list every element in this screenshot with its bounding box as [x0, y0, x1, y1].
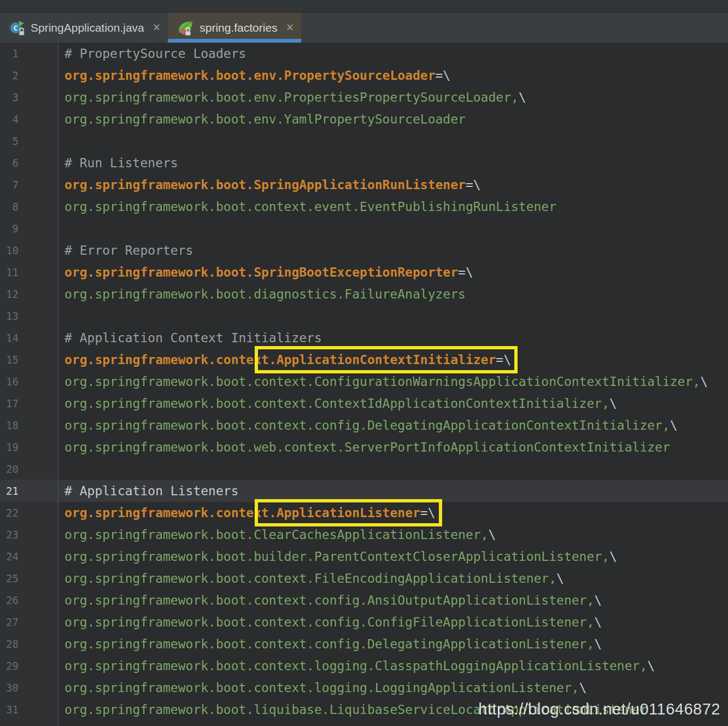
close-icon[interactable]: × [285, 21, 295, 34]
line-number: 21 [0, 480, 58, 502]
code-text: # Error Reporters [58, 239, 728, 261]
code-segment: =\ [458, 265, 473, 279]
code-text: org.springframework.boot.env.YamlPropert… [58, 108, 728, 130]
code-line-12[interactable]: 12org.springframework.boot.diagnostics.F… [0, 283, 728, 305]
code-segment: \ [647, 659, 655, 673]
tab-label: SpringApplication.java [31, 21, 144, 34]
code-line-23[interactable]: 23org.springframework.boot.ClearCachesAp… [0, 524, 728, 546]
code-segment: # Error Reporters [64, 243, 193, 257]
code-text: org.springframework.boot.SpringBootExcep… [58, 261, 728, 283]
line-number: 22 [0, 502, 58, 524]
editor-tab-bar: C SpringApplication.java × spring.f [0, 13, 728, 43]
code-line-5[interactable]: 5 [0, 130, 728, 152]
code-text: # Run Listeners [58, 152, 728, 174]
code-segment: org.springframework.boot.SpringBootExcep… [64, 265, 458, 279]
code-text [58, 458, 728, 480]
code-line-6[interactable]: 6# Run Listeners [0, 152, 728, 174]
code-line-13[interactable]: 13 [0, 305, 728, 327]
tab-label: spring.factories [199, 21, 277, 34]
code-line-11[interactable]: 11org.springframework.boot.SpringBootExc… [0, 261, 728, 283]
code-segment: t.ApplicationListener [261, 506, 420, 520]
tab-springapplication-java[interactable]: C SpringApplication.java × [0, 13, 168, 43]
code-segment: # Application Context Initializers [64, 331, 322, 345]
active-tab-indicator [168, 39, 301, 43]
code-line-7[interactable]: 7org.springframework.boot.SpringApplicat… [0, 174, 728, 196]
code-segment: org.springframework.contex [64, 506, 261, 520]
code-line-9[interactable]: 9 [0, 218, 728, 239]
code-line-25[interactable]: 25org.springframework.boot.context.FileE… [0, 567, 728, 589]
code-line-2[interactable]: 2org.springframework.boot.env.PropertySo… [0, 65, 728, 86]
code-line-24[interactable]: 24org.springframework.boot.builder.Paren… [0, 546, 728, 567]
code-segment: \ [609, 549, 617, 564]
ide-window: C SpringApplication.java × spring.f [0, 0, 728, 726]
line-number: 4 [0, 108, 58, 130]
line-number: 28 [0, 633, 58, 655]
code-segment: \ [609, 396, 617, 411]
code-segment: org.springframework.boot.env.YamlPropert… [64, 112, 466, 126]
close-icon[interactable]: × [152, 21, 161, 34]
code-text: org.springframework.boot.context.Configu… [58, 371, 728, 393]
java-class-icon: C [9, 20, 25, 36]
line-number: 17 [0, 393, 58, 414]
code-text: # Application Listeners [58, 480, 728, 502]
code-line-10[interactable]: 10# Error Reporters [0, 239, 728, 261]
code-line-30[interactable]: 30org.springframework.boot.context.loggi… [0, 677, 728, 699]
code-editor[interactable]: 1# PropertySource Loaders2org.springfram… [0, 43, 728, 726]
line-number: 26 [0, 589, 58, 611]
code-text: org.springframework.boot.context.Context… [58, 393, 728, 414]
code-segment: =\ [420, 506, 436, 520]
code-line-29[interactable]: 29org.springframework.boot.context.loggi… [0, 655, 728, 677]
code-line-1[interactable]: 1# PropertySource Loaders [0, 43, 728, 65]
code-lines-container: 1# PropertySource Loaders2org.springfram… [0, 43, 728, 721]
code-text: org.springframework.context.ApplicationC… [58, 349, 728, 371]
line-number: 19 [0, 436, 58, 458]
code-text: org.springframework.boot.context.logging… [58, 655, 728, 677]
code-line-15[interactable]: 15org.springframework.context.Applicatio… [0, 349, 728, 371]
line-number: 8 [0, 196, 58, 218]
code-segment: \ [670, 418, 678, 432]
code-line-18[interactable]: 18org.springframework.boot.context.confi… [0, 414, 728, 436]
line-number: 18 [0, 414, 58, 436]
code-line-21[interactable]: 21# Application Listeners [0, 480, 728, 502]
code-text: org.springframework.boot.context.FileEnc… [58, 567, 728, 589]
code-segment: org.springframework.boot.env.PropertiesP… [64, 90, 519, 104]
line-number: 16 [0, 371, 58, 393]
code-text: org.springframework.boot.SpringApplicati… [58, 174, 728, 196]
code-segment: org.springframework.boot.builder.ParentC… [64, 549, 609, 564]
code-text: org.springframework.boot.context.config.… [58, 633, 728, 655]
line-number: 1 [0, 43, 58, 65]
line-number: 12 [0, 283, 58, 305]
code-segment: t.ApplicationContextInitializer [261, 353, 496, 367]
line-number: 10 [0, 239, 58, 261]
code-line-3[interactable]: 3org.springframework.boot.env.Properties… [0, 86, 728, 108]
line-number: 30 [0, 677, 58, 699]
code-line-16[interactable]: 16org.springframework.boot.context.Confi… [0, 371, 728, 393]
code-segment: org.springframework.boot.context.event.E… [64, 200, 556, 214]
line-number: 14 [0, 327, 58, 349]
code-line-4[interactable]: 4org.springframework.boot.env.YamlProper… [0, 108, 728, 130]
code-line-20[interactable]: 20 [0, 458, 728, 480]
code-line-17[interactable]: 17org.springframework.boot.context.Conte… [0, 393, 728, 414]
spring-leaf-icon [177, 19, 194, 37]
code-text: org.springframework.boot.env.PropertiesP… [58, 86, 728, 108]
line-number: 6 [0, 152, 58, 174]
code-line-14[interactable]: 14# Application Context Initializers [0, 327, 728, 349]
line-number: 11 [0, 261, 58, 283]
line-number: 13 [0, 305, 58, 327]
code-segment: org.springframework.boot.context.config.… [64, 615, 594, 629]
code-line-27[interactable]: 27org.springframework.boot.context.confi… [0, 611, 728, 633]
code-line-8[interactable]: 8org.springframework.boot.context.event.… [0, 196, 728, 218]
code-line-19[interactable]: 19org.springframework.boot.web.context.S… [0, 436, 728, 458]
watermark: https://blog.csdn.net/u011646872 [478, 700, 720, 718]
code-segment: \ [556, 571, 564, 586]
code-text: org.springframework.boot.env.PropertySou… [58, 65, 728, 86]
code-line-22[interactable]: 22org.springframework.context.Applicatio… [0, 502, 728, 524]
code-segment: org.springframework.boot.diagnostics.Fai… [64, 287, 466, 301]
code-segment: org.springframework.boot.web.context.Ser… [64, 440, 670, 454]
code-line-26[interactable]: 26org.springframework.boot.context.confi… [0, 589, 728, 611]
code-segment: \ [594, 615, 602, 629]
code-line-28[interactable]: 28org.springframework.boot.context.confi… [0, 633, 728, 655]
tab-spring-factories[interactable]: spring.factories × [168, 13, 301, 43]
code-text: org.springframework.boot.ClearCachesAppl… [58, 524, 728, 546]
code-text: org.springframework.boot.builder.ParentC… [58, 546, 728, 567]
